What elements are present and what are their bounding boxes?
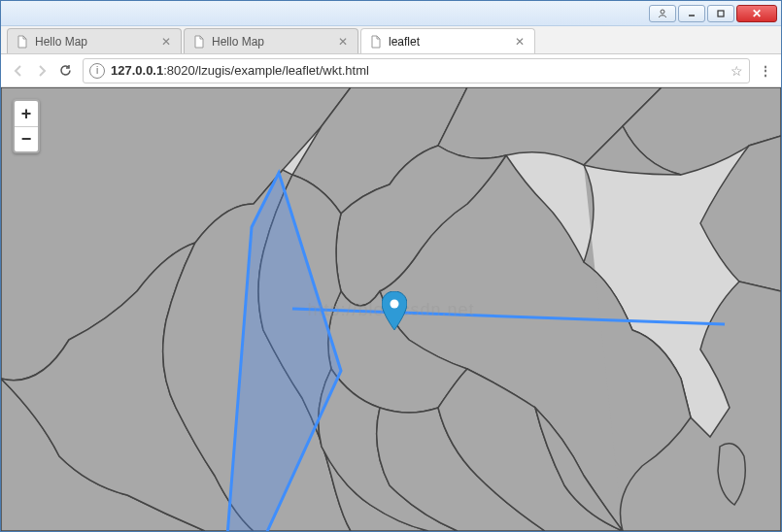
svg-point-0: [661, 10, 664, 14]
tab-label: leaflet: [389, 35, 513, 49]
tab-label: Hello Map: [35, 35, 159, 49]
zoom-out-button[interactable]: −: [15, 126, 38, 151]
page-icon: [16, 35, 29, 49]
maximize-button[interactable]: [707, 5, 734, 22]
site-info-icon[interactable]: i: [89, 63, 105, 79]
browser-menu-button[interactable]: ⋮: [756, 64, 775, 78]
forward-button[interactable]: [30, 59, 53, 83]
close-icon: ✕: [752, 7, 762, 20]
svg-point-4: [391, 300, 399, 309]
marker-pin-icon: [382, 291, 407, 330]
arrow-left-icon: [12, 64, 25, 78]
zoom-in-button[interactable]: +: [15, 101, 38, 126]
reload-icon: [58, 63, 73, 78]
arrow-right-icon: [35, 64, 49, 78]
tab-close-button[interactable]: ✕: [513, 35, 527, 49]
tab-bar: Hello Map ✕ Hello Map ✕ leaflet ✕: [1, 26, 781, 54]
minimize-icon: [687, 9, 697, 18]
map-viewport[interactable]: + − http://blog.csdn.net: [1, 87, 781, 531]
maximize-icon: [716, 9, 726, 18]
minimize-button[interactable]: [678, 5, 705, 22]
svg-rect-2: [718, 11, 724, 17]
tab-leaflet[interactable]: leaflet ✕: [360, 28, 535, 53]
reload-button[interactable]: [53, 59, 77, 83]
tab-label: Hello Map: [212, 35, 336, 49]
page-icon: [192, 35, 206, 49]
map-marker[interactable]: [382, 291, 407, 330]
tab-hello-map-2[interactable]: Hello Map ✕: [184, 28, 358, 53]
zoom-control: + −: [13, 99, 40, 153]
url-input[interactable]: i 127.0.0.1:8020/lzugis/example/leaflet/…: [83, 58, 750, 83]
page-icon: [369, 35, 383, 49]
url-text: 127.0.0.1:8020/lzugis/example/leaflet/wk…: [111, 63, 731, 78]
tab-close-button[interactable]: ✕: [159, 35, 173, 49]
user-icon: [658, 9, 667, 18]
address-bar: i 127.0.0.1:8020/lzugis/example/leaflet/…: [1, 54, 781, 87]
tab-close-button[interactable]: ✕: [336, 35, 350, 49]
back-button[interactable]: [7, 59, 30, 83]
tab-hello-map-1[interactable]: Hello Map ✕: [7, 28, 182, 53]
close-window-button[interactable]: ✕: [736, 5, 777, 22]
user-button[interactable]: [649, 5, 676, 22]
bookmark-star-icon[interactable]: ☆: [731, 63, 743, 79]
window-titlebar: ✕: [1, 1, 781, 26]
